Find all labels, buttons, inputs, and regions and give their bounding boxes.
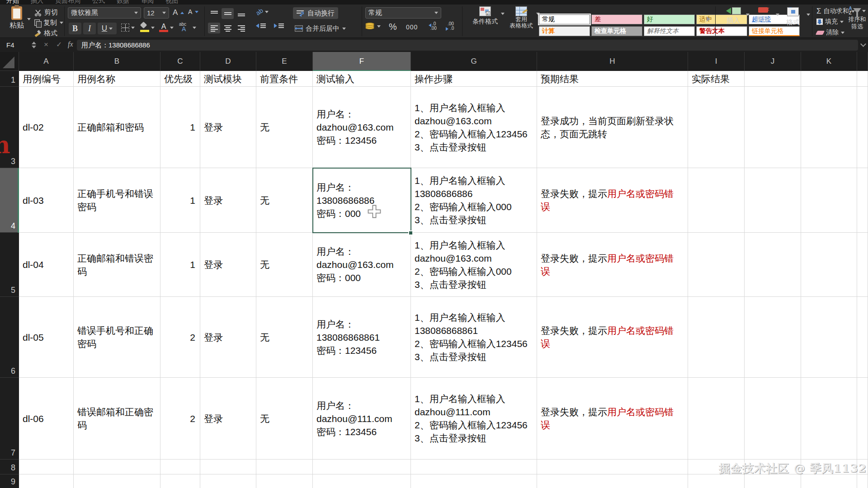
increase-decimal-button[interactable]: .0 .00	[429, 23, 442, 32]
font-family-select[interactable]: 微软雅黑	[68, 7, 141, 19]
paste-button[interactable]: 粘贴	[5, 6, 29, 34]
cell-D-8[interactable]	[200, 460, 256, 474]
cell-D-7[interactable]: 登录	[200, 378, 256, 460]
column-header-G[interactable]: G	[411, 52, 537, 71]
cell-A-5[interactable]: dl-04	[19, 233, 74, 297]
cut-button[interactable]: 剪切	[34, 8, 58, 17]
grow-font-button[interactable]: A	[173, 8, 184, 17]
wrap-text-button[interactable]: 自动换行	[293, 7, 338, 19]
cell-I-3[interactable]	[688, 87, 745, 168]
increase-indent-button[interactable]	[274, 23, 284, 29]
row-header-8[interactable]: 8	[0, 460, 19, 474]
cell-J-7[interactable]	[745, 378, 801, 460]
cell-C-7[interactable]: 2	[160, 378, 200, 460]
cell-K-1[interactable]	[801, 71, 857, 87]
cell-E-5[interactable]: 无	[256, 233, 313, 297]
ribbon-tab-7[interactable]: 视图	[165, 0, 178, 5]
cell-L-9[interactable]	[857, 474, 868, 488]
cell-A-6[interactable]: dl-05	[19, 297, 74, 378]
cell-L-1[interactable]	[857, 71, 868, 87]
fill-handle[interactable]	[408, 230, 413, 235]
cell-I-6[interactable]	[688, 297, 745, 378]
cell-B-7[interactable]: 错误邮箱和正确密码	[74, 378, 160, 460]
cell-F-5[interactable]: 用户名：dazhou@163.com密码：000	[313, 233, 411, 297]
cell-K-4[interactable]	[801, 168, 857, 233]
merge-center-button[interactable]: 合并后居中	[293, 23, 348, 34]
cell-E-9[interactable]	[256, 474, 313, 488]
cell-style-好[interactable]: 好	[644, 14, 695, 24]
cell-H-1[interactable]: 预期结果	[537, 71, 688, 87]
cell-E-8[interactable]	[256, 460, 313, 474]
cell-G-9[interactable]	[411, 474, 537, 488]
cell-L-7[interactable]	[857, 378, 868, 460]
cell-H-8[interactable]	[537, 460, 688, 474]
cell-C-5[interactable]: 1	[160, 233, 200, 297]
cell-A-9[interactable]	[19, 474, 74, 488]
decrease-indent-button[interactable]	[256, 23, 266, 29]
cell-I-7[interactable]	[688, 378, 745, 460]
cell-J-9[interactable]	[745, 474, 801, 488]
cell-L-6[interactable]	[857, 297, 868, 378]
phonetic-button[interactable]: abc A	[179, 23, 196, 33]
cell-I-5[interactable]	[688, 233, 745, 297]
cell-G-7[interactable]: 1、用户名输入框输入dazhou@111.com2、密码输入框输入1234563…	[411, 378, 537, 460]
ribbon-tab-4[interactable]: 公式	[92, 0, 105, 5]
cell-E-4[interactable]: 无	[256, 168, 313, 233]
cell-F-7[interactable]: 用户名：dazhou@111.com密码：123456	[313, 378, 411, 460]
italic-button[interactable]: I	[83, 23, 96, 34]
cell-style-解释性文本[interactable]: 解释性文本	[644, 26, 695, 36]
cell-K-5[interactable]	[801, 233, 857, 297]
ribbon-tab-2[interactable]: 插入	[31, 0, 43, 5]
cancel-icon[interactable]: ×	[44, 40, 48, 49]
cell-D-3[interactable]: 登录	[200, 87, 256, 168]
ribbon-tab-6[interactable]: 审阅	[141, 0, 154, 5]
enter-icon[interactable]: ✓	[56, 40, 62, 49]
accounting-format-button[interactable]	[365, 23, 381, 30]
cell-F-4[interactable]: 用户名：13808686886密码：000	[313, 168, 411, 233]
cell-K-9[interactable]	[801, 474, 857, 488]
cell-H-5[interactable]: 登录失败，提示用户名或密码错误	[537, 233, 688, 297]
shrink-font-button[interactable]: A	[188, 8, 198, 15]
cell-C-6[interactable]: 2	[160, 297, 200, 378]
column-header-A[interactable]: A	[19, 52, 74, 71]
column-header-H[interactable]: H	[537, 52, 688, 71]
font-color-button[interactable]: A	[159, 23, 174, 33]
cell-G-1[interactable]: 操作步骤	[411, 71, 537, 87]
column-header-J[interactable]: J	[745, 52, 801, 71]
cell-K-6[interactable]	[801, 297, 857, 378]
cell-J-5[interactable]	[745, 233, 801, 297]
row-header-4[interactable]: 4	[0, 168, 19, 233]
cell-G-8[interactable]	[411, 460, 537, 474]
column-header-B[interactable]: B	[74, 52, 160, 71]
format-as-table-button[interactable]: 套用 表格格式	[505, 6, 537, 36]
delete-cells-button[interactable]: ✕ 删除	[750, 7, 776, 34]
fx-icon[interactable]: fx	[68, 40, 73, 48]
cell-K-3[interactable]	[801, 87, 857, 168]
column-header-I[interactable]: I	[688, 52, 745, 71]
cell-J-1[interactable]	[745, 71, 801, 87]
clear-button[interactable]: 清除	[816, 28, 844, 37]
column-header-E[interactable]: E	[256, 52, 313, 71]
cell-B-5[interactable]: 正确邮箱和错误密码	[74, 233, 160, 297]
cell-I-9[interactable]	[688, 474, 745, 488]
select-all-corner[interactable]	[0, 52, 19, 71]
align-center-button[interactable]	[222, 23, 234, 33]
row-header-1[interactable]: 1	[0, 71, 19, 87]
cell-B-9[interactable]	[74, 474, 160, 488]
cell-C-8[interactable]	[160, 460, 200, 474]
borders-button[interactable]	[121, 23, 135, 32]
decrease-decimal-button[interactable]: .00 .0	[445, 23, 458, 32]
cell-D-6[interactable]: 登录	[200, 297, 256, 378]
cell-E-6[interactable]: 无	[256, 297, 313, 378]
sort-filter-button[interactable]: AZ 排序和 筛选	[847, 6, 867, 37]
align-bottom-button[interactable]	[235, 8, 247, 19]
cell-L-4[interactable]	[857, 168, 868, 233]
cell-H-3[interactable]: 登录成功，当前页面刷新登录状态，页面无跳转	[537, 87, 688, 168]
insert-cells-button[interactable]: 插入	[721, 7, 746, 34]
column-header-K[interactable]: K	[801, 52, 857, 71]
align-top-button[interactable]	[208, 8, 220, 19]
formula-bar-expand-icon[interactable]	[860, 41, 866, 47]
orientation-button[interactable]: ab	[256, 8, 269, 15]
column-header-partial[interactable]	[857, 52, 868, 71]
name-box[interactable]: F4	[6, 41, 14, 49]
